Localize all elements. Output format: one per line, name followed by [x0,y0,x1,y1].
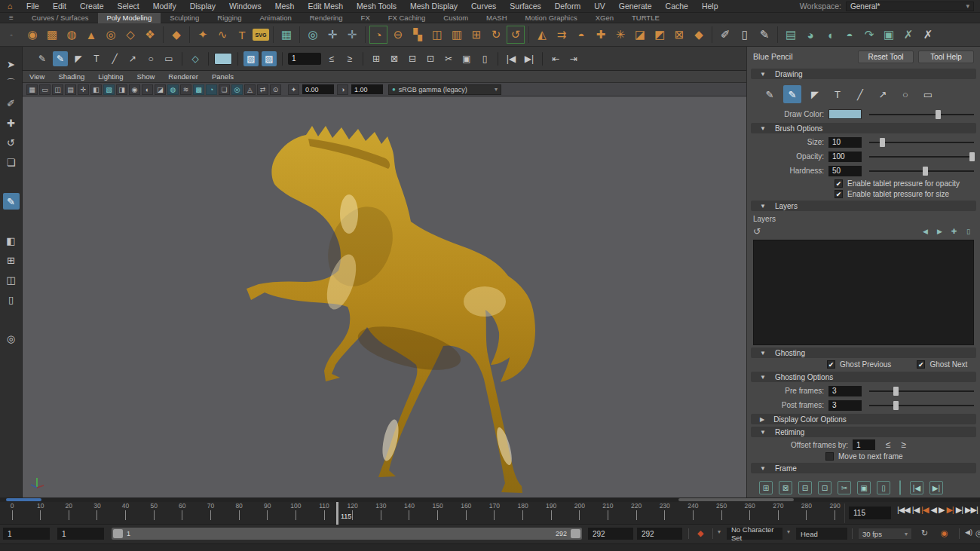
menu-item[interactable]: Windows [222,2,268,11]
checkbox-unchecked[interactable] [825,452,834,461]
frame-clear-icon[interactable]: ⊠ [779,481,792,494]
auto-key-icon[interactable]: ◉ [941,528,948,538]
layers-list[interactable] [753,240,974,345]
offset-frames-field[interactable]: 1 [853,439,875,450]
paint-select-tool-icon[interactable]: ✐ [3,95,20,112]
bp-export-icon[interactable]: ⇥ [566,51,581,66]
range-start-handle[interactable] [113,529,123,538]
panel-menu-item[interactable]: Renderer [161,72,205,81]
uv-contour-icon[interactable]: ↷ [860,26,878,44]
frame-add-icon[interactable]: ⊞ [759,481,773,494]
menu-item[interactable]: Edit Mesh [301,2,350,11]
current-frame-field[interactable]: 115 [849,507,891,519]
curve-edit-icon[interactable]: ▯ [736,26,754,44]
frame-delete-icon[interactable]: ⊟ [798,481,812,494]
sep[interactable] [365,26,366,43]
shelf-tab[interactable]: Curves / Surfaces [23,13,98,23]
layout-custom-icon[interactable]: ▯ [3,291,20,308]
vp-sep-icon[interactable]: ⇄ [257,84,268,95]
go-to-start-button[interactable]: |◀◀ [897,505,910,515]
vp-dof-icon[interactable]: ◔ [206,84,217,95]
menu-item[interactable]: Modify [146,2,183,11]
retime-shift-right-icon[interactable]: ≥ [902,439,907,450]
menu-item[interactable]: Deform [548,2,587,11]
vp-isolate-icon[interactable]: ❏ [219,84,230,95]
bp-ellipse-icon[interactable]: ○ [143,51,158,66]
checkbox-checked[interactable]: ✔ [917,360,925,369]
sep[interactable] [542,52,543,66]
draw-color-swatch[interactable] [828,109,862,119]
sep[interactable] [777,26,778,43]
draw-arrow-icon[interactable]: ↗ [874,85,892,103]
bp-duplicate-frame-icon[interactable]: ⊡ [423,51,438,66]
section-header-frame[interactable]: ▼ Frame [751,463,976,473]
slider-value-field[interactable]: 100 [828,152,862,162]
anim-prefs-icon[interactable]: ◎ [975,528,980,538]
uv-cut-icon[interactable]: ✗ [899,26,917,44]
frame-paste-icon[interactable]: ▯ [877,481,890,494]
platonic-solid-icon[interactable]: ◆ [167,26,185,44]
panel-menu-item[interactable]: Panels [205,72,240,81]
add-layer-icon[interactable]: ✚ [948,228,960,235]
menu-item[interactable]: Display [183,2,222,11]
vp-shadows-icon[interactable]: ◪ [155,84,166,95]
menu-item[interactable]: Cache [659,2,695,11]
shelf-tab[interactable]: FX [352,13,379,23]
layout-four-pane-icon[interactable]: ⊞ [3,252,20,268]
move-tool-icon[interactable]: ✚ [3,115,20,131]
layout-persp-outliner-icon[interactable]: ◫ [3,271,20,288]
shelf-tab[interactable]: Motion Graphics [516,13,586,23]
playback-loop-icon[interactable]: ↻ [921,528,928,538]
sep[interactable] [712,26,712,43]
playhead[interactable] [336,502,338,525]
slider-handle[interactable] [969,152,975,161]
shelf-tab[interactable]: MASH [477,13,516,23]
gamma-field[interactable]: 1.00 [351,84,383,94]
bp-ghost-previous-icon[interactable]: ▧ [243,51,259,66]
range-slider[interactable]: 1 292 [112,528,582,540]
layout-single-pane-icon[interactable]: ◧ [3,232,20,249]
poly-plane-icon[interactable]: ◇ [121,26,139,44]
menu-item[interactable]: File [20,2,46,11]
mirror-icon[interactable]: ◩ [651,26,669,44]
vp-resolution-gate-icon[interactable]: ◫ [52,84,63,95]
retime-shift-left-icon[interactable]: ≤ [886,439,891,450]
slider-handle[interactable] [893,387,899,396]
bp-next-frame-icon[interactable]: ▶| [522,51,537,66]
frame-cut-icon[interactable]: ✂ [838,481,851,494]
slider-value-field[interactable]: 10 [828,137,862,148]
tool-help-button[interactable]: Tool Help [918,51,974,63]
multi-cut-icon[interactable]: ✚ [592,26,610,44]
menu-item[interactable]: Help [695,2,725,11]
vp-screen-ao-icon[interactable]: ◍ [167,84,179,95]
menu-item[interactable]: Mesh Display [403,2,464,11]
checkbox-checked[interactable]: ✔ [827,360,835,369]
poly-torus-icon[interactable]: ◎ [102,26,120,44]
character-set-field[interactable]: No Character Set [727,528,782,540]
bp-line-icon[interactable]: ╱ [107,51,122,66]
bevel-icon[interactable]: ◓ [572,26,590,44]
play-backwards-button[interactable]: ◀ [930,505,936,515]
slider-handle[interactable] [936,110,941,119]
checkbox-checked[interactable]: ✔ [835,190,843,198]
frame-next-icon[interactable]: ▶| [929,481,943,494]
play-forwards-button[interactable]: ▶ [939,505,944,515]
menu-item[interactable]: UV [587,2,612,11]
bp-paste-frame-icon[interactable]: ▯ [477,51,492,66]
checkbox-checked[interactable]: ✔ [835,179,843,188]
vp-wireframe-icon[interactable]: ▧ [103,84,115,95]
vp-plugin-icon[interactable]: ⊙ [270,84,281,95]
section-header-ghosting[interactable]: ▼ Ghosting [751,347,976,358]
slider-handle[interactable] [923,167,928,176]
gamma-icon[interactable]: ◑ [337,84,348,95]
slider[interactable] [869,400,974,411]
bp-eraser-icon[interactable]: ◤ [71,51,86,66]
chevron-down-icon[interactable]: ▾ [718,528,721,535]
workspace-selector[interactable]: General* ▾ [846,2,974,11]
view-transform-select[interactable]: ● sRGB gamma (legacy) ▾ [388,84,501,95]
exposure-icon[interactable]: ✦ [288,84,299,95]
section-header-ghosting-options[interactable]: ▼ Ghosting Options [751,372,976,382]
draw-line-icon[interactable]: ╱ [851,85,869,103]
uv-spherical-icon[interactable]: ◓ [841,26,859,44]
sep[interactable] [498,52,498,66]
